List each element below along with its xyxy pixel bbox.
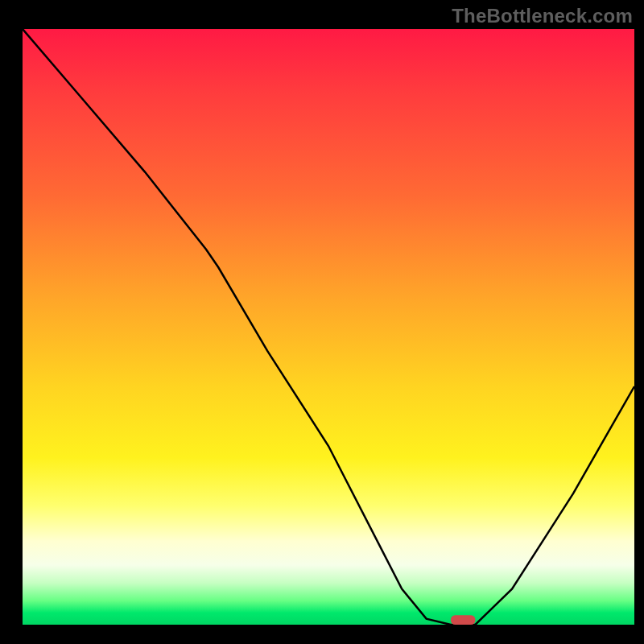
heat-gradient-background [23,29,634,625]
watermark-text: TheBottleneck.com [452,5,633,27]
chart-frame: TheBottleneck.com [0,0,644,644]
plot-area [23,29,634,625]
